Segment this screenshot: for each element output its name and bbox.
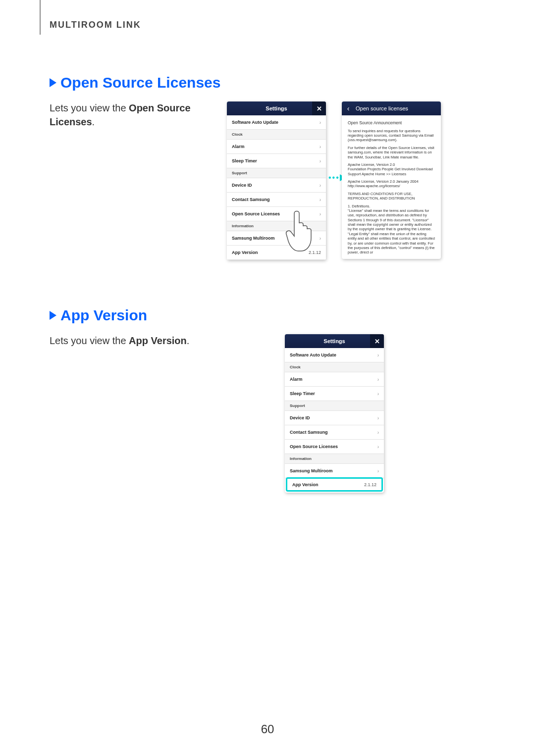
settings-row-open-source-licenses[interactable]: Open Source Licenses›: [227, 207, 326, 221]
settings-phone-mock: Settings ✕ Software Auto Update› Clock A…: [227, 101, 326, 260]
settings-row-samsung-multiroom[interactable]: Samsung Multiroom›: [285, 464, 384, 478]
license-para: To send inquiries and requests for quest…: [348, 129, 435, 143]
section-open-source-licenses: Open Source Licenses Lets you view the O…: [50, 74, 505, 129]
settings-row-device-id[interactable]: Device ID›: [227, 178, 326, 193]
chevron-right-icon: ›: [377, 430, 379, 435]
license-text-body: Open Source Announcement To send inquiri…: [342, 115, 441, 259]
phone-header: ‹ Open source licenses: [342, 101, 441, 115]
settings-group-clock: Clock: [285, 362, 384, 372]
row-label: Contact Samsung: [290, 430, 328, 435]
chevron-right-icon: ›: [377, 415, 379, 421]
license-para: For further details of the Open Source L…: [348, 146, 435, 159]
chevron-right-icon: ›: [320, 183, 321, 188]
chevron-right-icon: ›: [377, 468, 379, 474]
row-label: App Version: [292, 482, 319, 487]
section-description: Lets you view the App Version.: [50, 334, 248, 348]
license-phone-mock: ‹ Open source licenses Open Source Annou…: [342, 101, 441, 259]
chevron-right-icon: ›: [320, 197, 321, 202]
chevron-right-icon: ›: [320, 211, 321, 217]
row-label: Device ID: [232, 183, 252, 188]
triangle-bullet-icon: [50, 311, 56, 320]
row-label: Device ID: [290, 415, 310, 420]
chevron-right-icon: ›: [377, 353, 379, 358]
chevron-right-icon: ›: [377, 444, 379, 450]
section-title: App Version: [50, 307, 505, 324]
header-section-label: MULTIROOM LINK: [50, 20, 141, 30]
row-label: Sleep Timer: [232, 158, 257, 163]
settings-row-alarm[interactable]: Alarm›: [285, 372, 384, 387]
row-label: Alarm: [290, 377, 303, 382]
phone-header: Settings ✕: [285, 334, 384, 348]
chevron-right-icon: ›: [320, 236, 321, 241]
settings-group-support: Support: [227, 168, 326, 178]
license-para: Apache License, Version 2.0 January 2004…: [348, 179, 435, 189]
phone-title: Settings: [266, 105, 287, 111]
settings-row-sleep-timer[interactable]: Sleep Timer›: [227, 154, 326, 168]
settings-group-information: Information: [227, 221, 326, 231]
triangle-bullet-icon: [50, 78, 56, 87]
chevron-right-icon: ›: [320, 144, 321, 150]
settings-row-device-id[interactable]: Device ID›: [285, 411, 384, 425]
row-value: 2.1.12: [364, 482, 376, 487]
settings-group-support: Support: [285, 401, 384, 411]
close-icon[interactable]: ✕: [312, 101, 326, 115]
row-label: Software Auto Update: [290, 353, 336, 357]
desc-text: Lets you view the: [50, 102, 129, 113]
row-label: Open Source Licenses: [290, 444, 338, 449]
back-icon[interactable]: ‹: [342, 101, 355, 115]
settings-row-app-version: App Version2.1.12: [227, 246, 326, 260]
section-description: Lets you view the Open Source Licenses.: [50, 101, 218, 129]
desc-text: .: [92, 116, 95, 127]
license-para: TERMS AND CONDITIONS FOR USE, REPRODUCTI…: [348, 192, 435, 201]
header-divider: [40, 0, 41, 35]
row-label: Contact Samsung: [232, 197, 270, 202]
desc-text: Lets you view the: [50, 335, 129, 346]
phone-title: Open source licenses: [356, 105, 408, 111]
settings-phone-mock: Settings ✕ Software Auto Update› Clock A…: [285, 334, 384, 493]
settings-row-contact-samsung[interactable]: Contact Samsung›: [227, 193, 326, 207]
chevron-right-icon: ›: [320, 120, 321, 125]
row-value: 2.1.12: [309, 250, 321, 255]
settings-row-sleep-timer[interactable]: Sleep Timer›: [285, 387, 384, 401]
phone-header: Settings ✕: [227, 101, 326, 115]
section-title-text: App Version: [60, 307, 147, 323]
license-para: Apache License, Version 2.0 Foundation P…: [348, 162, 435, 176]
settings-group-clock: Clock: [227, 130, 326, 140]
settings-row-software-auto-update[interactable]: Software Auto Update›: [227, 115, 326, 130]
settings-row-app-version-highlighted: App Version2.1.12: [286, 477, 383, 492]
row-label: Sleep Timer: [290, 391, 315, 396]
phone-title: Settings: [323, 338, 345, 344]
chevron-right-icon: ›: [320, 158, 321, 164]
section-app-version: App Version Lets you view the App Versio…: [50, 307, 505, 348]
close-icon[interactable]: ✕: [370, 334, 384, 348]
chevron-right-icon: ›: [377, 391, 379, 397]
settings-row-alarm[interactable]: Alarm›: [227, 140, 326, 154]
license-announcement: Open Source Announcement: [348, 120, 435, 126]
settings-group-information: Information: [285, 454, 384, 464]
section-title: Open Source Licenses: [50, 74, 505, 91]
settings-row-samsung-multiroom[interactable]: Samsung Multiroom›: [227, 231, 326, 246]
row-label: App Version: [232, 250, 258, 255]
row-label: Open Source Licenses: [232, 211, 280, 216]
chevron-right-icon: ›: [377, 377, 379, 382]
row-label: Alarm: [232, 144, 245, 149]
row-label: Samsung Multiroom: [290, 468, 333, 473]
settings-row-software-auto-update[interactable]: Software Auto Update›: [285, 348, 384, 362]
row-label: Software Auto Update: [232, 120, 278, 125]
desc-bold: App Version: [129, 335, 187, 346]
desc-text: .: [187, 335, 190, 346]
row-label: Samsung Multiroom: [232, 236, 275, 241]
settings-row-contact-samsung[interactable]: Contact Samsung›: [285, 425, 384, 440]
page-number: 60: [0, 722, 535, 736]
settings-row-open-source-licenses[interactable]: Open Source Licenses›: [285, 440, 384, 454]
section-title-text: Open Source Licenses: [60, 74, 220, 91]
license-para: 1. Definitions. "License" shall mean the…: [348, 204, 435, 255]
